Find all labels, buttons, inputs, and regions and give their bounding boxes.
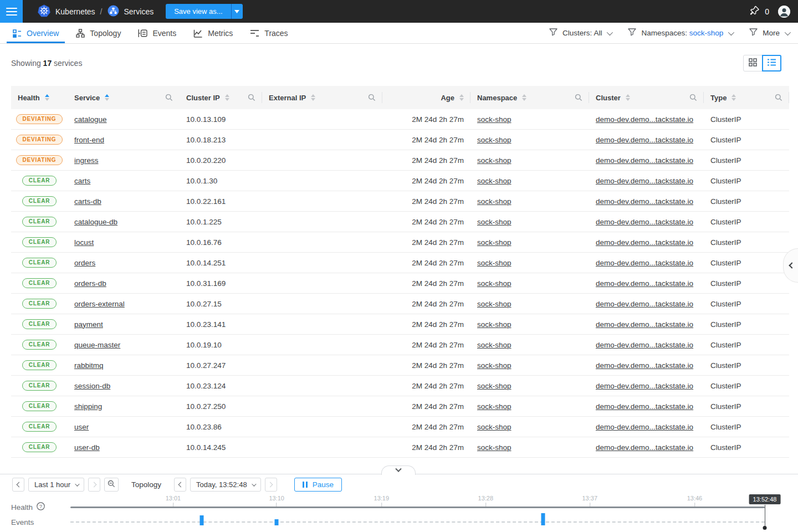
column-header-type[interactable]: Type xyxy=(704,86,789,109)
service-link[interactable]: catalogue xyxy=(74,115,107,124)
sort-icon[interactable] xyxy=(225,94,229,101)
tab-events[interactable]: Events xyxy=(132,23,182,43)
namespace-link[interactable]: sock-shop xyxy=(477,197,511,206)
cluster-link[interactable]: demo-dev.demo...tackstate.io xyxy=(596,136,693,144)
grid-view-button[interactable] xyxy=(743,55,763,71)
event-marker[interactable] xyxy=(275,519,279,525)
help-icon[interactable]: ? xyxy=(37,502,45,512)
sort-icon[interactable] xyxy=(522,94,526,101)
breadcrumb-services[interactable]: Services xyxy=(108,5,154,18)
service-link[interactable]: ingress xyxy=(74,156,99,165)
namespace-link[interactable]: sock-shop xyxy=(477,341,511,349)
cluster-link[interactable]: demo-dev.demo...tackstate.io xyxy=(596,218,693,226)
tab-overview[interactable]: Overview xyxy=(7,23,65,43)
namespace-link[interactable]: sock-shop xyxy=(477,382,511,390)
namespace-link[interactable]: sock-shop xyxy=(477,259,511,267)
tab-topology[interactable]: Topology xyxy=(70,23,127,43)
search-icon[interactable] xyxy=(161,94,173,101)
namespace-link[interactable]: sock-shop xyxy=(477,402,511,411)
sort-icon[interactable] xyxy=(45,94,49,101)
namespace-link[interactable]: sock-shop xyxy=(477,443,511,452)
service-link[interactable]: session-db xyxy=(74,382,110,390)
event-marker[interactable] xyxy=(200,515,203,525)
column-header-health[interactable]: Health xyxy=(11,86,68,109)
cluster-link[interactable]: demo-dev.demo...tackstate.io xyxy=(596,423,693,431)
service-link[interactable]: locust xyxy=(74,238,94,247)
cluster-link[interactable]: demo-dev.demo...tackstate.io xyxy=(596,443,693,452)
service-link[interactable]: queue-master xyxy=(74,341,120,349)
tab-traces[interactable]: Traces xyxy=(244,23,294,43)
namespace-link[interactable]: sock-shop xyxy=(477,238,511,247)
namespace-link[interactable]: sock-shop xyxy=(477,218,511,226)
event-marker[interactable] xyxy=(541,513,545,525)
sort-icon[interactable] xyxy=(105,94,109,101)
namespace-link[interactable]: sock-shop xyxy=(477,423,511,431)
service-link[interactable]: orders-db xyxy=(74,279,106,288)
column-header-cluster-ip[interactable]: Cluster IP xyxy=(180,86,262,109)
column-header-namespace[interactable]: Namespace xyxy=(470,86,589,109)
cluster-link[interactable]: demo-dev.demo...tackstate.io xyxy=(596,197,693,206)
search-icon[interactable] xyxy=(770,94,782,101)
service-link[interactable]: orders xyxy=(74,259,95,267)
service-link[interactable]: carts-db xyxy=(74,197,101,206)
current-time-cursor-handle[interactable] xyxy=(763,526,767,530)
column-header-cluster[interactable]: Cluster xyxy=(589,86,704,109)
tab-metrics[interactable]: Metrics xyxy=(187,23,239,43)
cluster-link[interactable]: demo-dev.demo...tackstate.io xyxy=(596,361,693,370)
sort-icon[interactable] xyxy=(311,94,315,101)
pinned-views-button[interactable]: 0 xyxy=(750,6,769,17)
service-link[interactable]: rabbitmq xyxy=(74,361,104,370)
cluster-link[interactable]: demo-dev.demo...tackstate.io xyxy=(596,320,693,329)
search-icon[interactable] xyxy=(570,94,582,101)
column-header-age[interactable]: Age xyxy=(382,86,470,109)
namespace-link[interactable]: sock-shop xyxy=(477,279,511,288)
range-back-button[interactable] xyxy=(12,478,24,492)
service-link[interactable]: user-db xyxy=(74,443,100,452)
cluster-link[interactable]: demo-dev.demo...tackstate.io xyxy=(596,238,693,247)
namespace-link[interactable]: sock-shop xyxy=(477,156,511,165)
service-link[interactable]: front-end xyxy=(74,136,104,144)
collapse-timeline-tab[interactable] xyxy=(381,466,416,475)
service-link[interactable]: catalogue-db xyxy=(74,218,117,226)
cluster-link[interactable]: demo-dev.demo...tackstate.io xyxy=(596,259,693,267)
table-row: CLEAR session-db 10.0.23.124 2M 24d 2h 2… xyxy=(11,376,789,396)
service-link[interactable]: user xyxy=(74,423,89,431)
health-status-badge: CLEAR xyxy=(22,258,57,268)
service-link[interactable]: orders-external xyxy=(74,300,125,308)
sort-icon[interactable] xyxy=(732,94,736,101)
cluster-link[interactable]: demo-dev.demo...tackstate.io xyxy=(596,382,693,390)
cluster-link[interactable]: demo-dev.demo...tackstate.io xyxy=(596,300,693,308)
more-filters[interactable]: More xyxy=(749,28,789,38)
search-icon[interactable] xyxy=(243,94,255,101)
save-view-caret-button[interactable] xyxy=(231,4,243,19)
service-link[interactable]: payment xyxy=(74,320,103,329)
list-view-button[interactable] xyxy=(762,55,781,71)
sort-icon[interactable] xyxy=(626,94,630,101)
cluster-link[interactable]: demo-dev.demo...tackstate.io xyxy=(596,156,693,165)
cluster-link[interactable]: demo-dev.demo...tackstate.io xyxy=(596,115,693,124)
column-header-external-ip[interactable]: External IP xyxy=(262,86,382,109)
namespace-link[interactable]: sock-shop xyxy=(477,115,511,124)
clusters-filter[interactable]: Clusters: All xyxy=(549,28,611,38)
namespace-link[interactable]: sock-shop xyxy=(477,136,511,144)
namespaces-filter[interactable]: Namespaces: sock-shop xyxy=(628,28,733,38)
sort-icon[interactable] xyxy=(459,94,464,101)
service-link[interactable]: carts xyxy=(74,177,90,185)
namespace-link[interactable]: sock-shop xyxy=(477,320,511,329)
time-tick: 13:37 xyxy=(582,495,597,507)
namespace-link[interactable]: sock-shop xyxy=(477,361,511,370)
namespace-link[interactable]: sock-shop xyxy=(477,300,511,308)
search-icon[interactable] xyxy=(364,94,376,101)
cluster-link[interactable]: demo-dev.demo...tackstate.io xyxy=(596,341,693,349)
cluster-link[interactable]: demo-dev.demo...tackstate.io xyxy=(596,402,693,411)
cluster-link[interactable]: demo-dev.demo...tackstate.io xyxy=(596,177,693,185)
breadcrumb-kubernetes[interactable]: Kubernetes xyxy=(38,4,95,19)
column-header-service[interactable]: Service xyxy=(68,86,180,109)
user-avatar-button[interactable] xyxy=(778,6,790,18)
save-view-button[interactable]: Save view as... xyxy=(166,4,231,19)
search-icon[interactable] xyxy=(685,94,697,101)
namespace-link[interactable]: sock-shop xyxy=(477,177,511,185)
cluster-link[interactable]: demo-dev.demo...tackstate.io xyxy=(596,279,693,288)
hamburger-menu-button[interactable] xyxy=(0,0,23,23)
service-link[interactable]: shipping xyxy=(74,402,102,411)
